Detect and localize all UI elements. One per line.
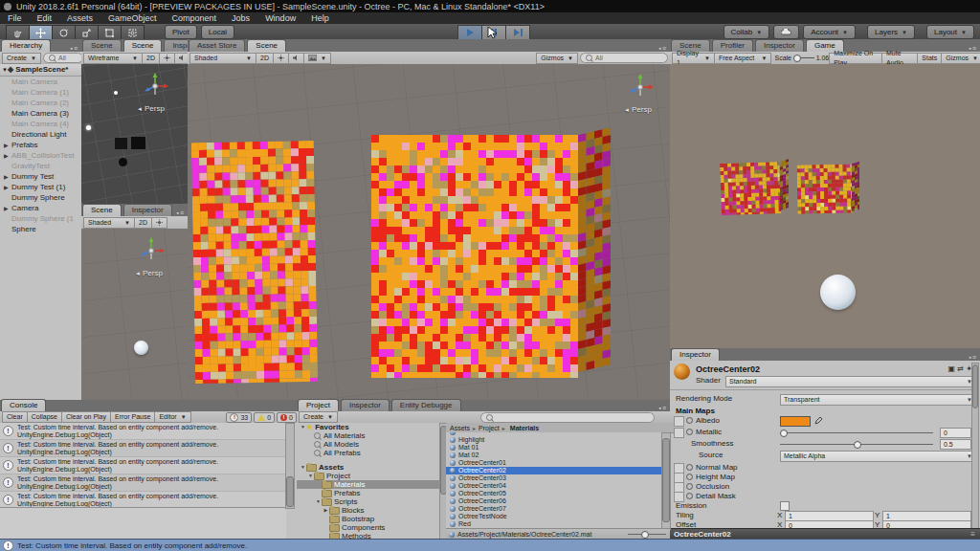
hierarchy-item-camera[interactable]: ▶Camera bbox=[0, 203, 81, 213]
light-toggle[interactable] bbox=[159, 53, 175, 64]
metallic-value-field[interactable]: 0 bbox=[940, 428, 971, 438]
console-scrollbar[interactable] bbox=[285, 423, 295, 509]
menu-component[interactable]: Component bbox=[165, 13, 225, 23]
asset-mat-01[interactable]: Mat 01 bbox=[446, 444, 661, 452]
hierarchy-item-dummy-test-1[interactable]: ▶Dummy Test (1) bbox=[0, 182, 81, 192]
menu-edit[interactable]: Edit bbox=[30, 13, 60, 23]
hierarchy-item-dummy-sphere[interactable]: Dummy Sphere bbox=[0, 192, 81, 203]
tab-hierarchy[interactable]: Hierarchy bbox=[1, 39, 51, 52]
project-list-scrollbar[interactable] bbox=[661, 432, 671, 530]
console-btn-clear[interactable]: Clear bbox=[2, 411, 28, 423]
tab-scene[interactable]: Scene bbox=[123, 39, 163, 52]
expand-arrow-icon[interactable]: ▼ bbox=[300, 423, 306, 431]
axis-gizmo[interactable] bbox=[626, 73, 655, 103]
2d-toggle[interactable]: 2D bbox=[134, 217, 152, 229]
folder-bootstrap[interactable]: Bootstrap bbox=[297, 515, 439, 523]
2d-toggle[interactable]: 2D bbox=[256, 53, 274, 64]
game-viewport[interactable] bbox=[670, 64, 980, 348]
metallic-slider[interactable] bbox=[780, 432, 933, 433]
expand-arrow-icon[interactable]: ▼ bbox=[300, 463, 306, 472]
panel-menu-icon[interactable]: ▪≡ bbox=[658, 405, 670, 411]
voxel-cube-left[interactable] bbox=[191, 141, 318, 384]
game-btn-maximize-on-play[interactable]: Maximize On Play bbox=[829, 53, 882, 64]
axis-gizmo[interactable] bbox=[141, 72, 169, 102]
expand-arrow-icon[interactable]: ▶ bbox=[323, 506, 329, 515]
scrollbar-thumb[interactable] bbox=[286, 476, 294, 507]
persp-label[interactable]: ◄Persp bbox=[135, 269, 163, 277]
hierarchy-item-main-camera-1[interactable]: Main Camera (1) bbox=[0, 87, 81, 98]
pivot-toggle-button[interactable]: Pivot bbox=[165, 25, 197, 39]
inspector-header-icons[interactable]: ▣ ⇄ ✦ bbox=[948, 364, 972, 373]
asset-red[interactable]: Red bbox=[446, 520, 661, 528]
scene-search-input[interactable]: All bbox=[580, 53, 668, 63]
tab-inspector[interactable]: Inspector bbox=[123, 204, 172, 216]
hierarchy-item-main-camera-3[interactable]: Main Camera (3) bbox=[0, 108, 81, 119]
hierarchy-item-abb-collisiontest[interactable]: ▶ABB_CollisionTest bbox=[0, 150, 81, 161]
metallic-texture-slot[interactable] bbox=[674, 428, 684, 438]
gizmos-dropdown[interactable]: Gizmos▼ bbox=[536, 53, 578, 64]
rect-tool-icon[interactable] bbox=[98, 25, 122, 40]
panel-menu-icon[interactable]: ▪≡ bbox=[658, 45, 670, 52]
smoothness-slider[interactable] bbox=[780, 444, 933, 445]
cloud-button[interactable] bbox=[773, 25, 799, 39]
tab-project[interactable]: Project bbox=[298, 399, 339, 411]
display-dropdown[interactable]: Display 1▼ bbox=[672, 53, 715, 64]
expand-arrow-icon[interactable]: ▼ bbox=[315, 497, 322, 506]
asset-octreecenter06[interactable]: OctreeCenter06 bbox=[446, 497, 661, 505]
inspector-scrollbar[interactable] bbox=[971, 363, 979, 529]
aspect-dropdown[interactable]: Free Aspect▼ bbox=[714, 53, 772, 64]
warning-count-badge[interactable]: 0 bbox=[254, 412, 275, 423]
project-create-button[interactable]: Create▼ bbox=[299, 411, 338, 423]
hierarchy-item-sphere[interactable]: Sphere bbox=[0, 224, 81, 234]
layout-dropdown[interactable]: Layout▼ bbox=[926, 25, 974, 39]
lock-icon[interactable]: ▪≡ bbox=[969, 354, 980, 361]
hierarchy-item-main-camera-2[interactable]: Main Camera (2) bbox=[0, 98, 81, 108]
light-toggle[interactable] bbox=[151, 217, 167, 229]
local-toggle-button[interactable]: Local bbox=[201, 25, 234, 39]
tab-scene[interactable]: Scene bbox=[82, 39, 122, 52]
console-log-entry[interactable]: !Test: Custom time interval. Based on en… bbox=[0, 474, 286, 492]
tab-inspector[interactable]: Inspector bbox=[671, 348, 720, 361]
expand-arrow-icon[interactable]: ▶ bbox=[4, 204, 11, 213]
console-log-entry[interactable]: !Test: Custom time interval. Based on en… bbox=[0, 440, 286, 457]
expand-arrow-icon[interactable]: ▶ bbox=[4, 141, 11, 150]
scale-slider[interactable] bbox=[793, 57, 814, 58]
menu-gameobject[interactable]: GameObject bbox=[100, 13, 165, 23]
step-button[interactable] bbox=[505, 25, 530, 40]
tab-entity-debugge[interactable]: Entity Debugge bbox=[391, 399, 461, 411]
info-count-badge[interactable]: ! 33 bbox=[226, 412, 252, 423]
asset-octreecenter02[interactable]: OctreeCenter02 bbox=[446, 467, 661, 474]
light-toggle[interactable] bbox=[273, 53, 289, 64]
panel-menu-icon[interactable]: ▪≡ bbox=[969, 45, 980, 52]
project-search-input[interactable] bbox=[480, 412, 655, 423]
folder-all-prefabs[interactable]: All Prefabs bbox=[297, 449, 439, 457]
albedo-color-swatch[interactable] bbox=[780, 416, 811, 427]
dark-sphere[interactable] bbox=[119, 158, 127, 166]
folder-all-materials[interactable]: All Materials bbox=[297, 431, 439, 440]
asset-octreecenter05[interactable]: OctreeCenter05 bbox=[446, 490, 661, 497]
console-btn-clear-on-play[interactable]: Clear on Play bbox=[61, 411, 111, 423]
hierarchy-item-dummy-sphere-1[interactable]: Dummy Sphere (1 bbox=[0, 213, 81, 224]
collab-dropdown[interactable]: Collab▼ bbox=[724, 25, 770, 39]
expand-arrow-icon[interactable]: ▶ bbox=[4, 151, 11, 161]
mini-scene-top-viewport[interactable]: ◄Persp bbox=[81, 64, 189, 204]
status-bar[interactable]: ! Test: Custom time interval. Based on e… bbox=[0, 539, 980, 551]
tab-inspector[interactable]: Inspector bbox=[341, 399, 390, 411]
audio-toggle[interactable] bbox=[288, 53, 304, 64]
persp-label[interactable]: ◄Persp bbox=[137, 104, 165, 113]
asset-octreecenter04[interactable]: OctreeCenter04 bbox=[446, 482, 661, 490]
scrollbar-thumb[interactable] bbox=[972, 364, 978, 408]
menu-help[interactable]: Help bbox=[303, 13, 337, 23]
folder-blocks[interactable]: ▶Blocks bbox=[297, 506, 439, 515]
hierarchy-scene-header[interactable]: ▼◈ SampleScene* bbox=[0, 64, 81, 77]
asset-octreecenter01[interactable]: OctreeCenter01 bbox=[446, 459, 661, 467]
mini-scene-bottom-viewport[interactable]: ◄Persp bbox=[81, 229, 189, 400]
effects-dropdown[interactable]: ▼ bbox=[303, 53, 331, 64]
persp-label[interactable]: ◄Persp bbox=[624, 105, 652, 114]
folder-prefabs[interactable]: Prefabs bbox=[297, 489, 439, 497]
hierarchy-item-gravitytest[interactable]: GravityTest bbox=[0, 161, 81, 171]
layers-dropdown[interactable]: Layers▼ bbox=[867, 25, 915, 39]
scene-viewport[interactable]: ◄Persp bbox=[188, 64, 671, 400]
rendering-mode-dropdown[interactable]: Transparent▼ bbox=[780, 394, 976, 406]
asset-mat-02[interactable]: Mat 02 bbox=[446, 452, 661, 459]
